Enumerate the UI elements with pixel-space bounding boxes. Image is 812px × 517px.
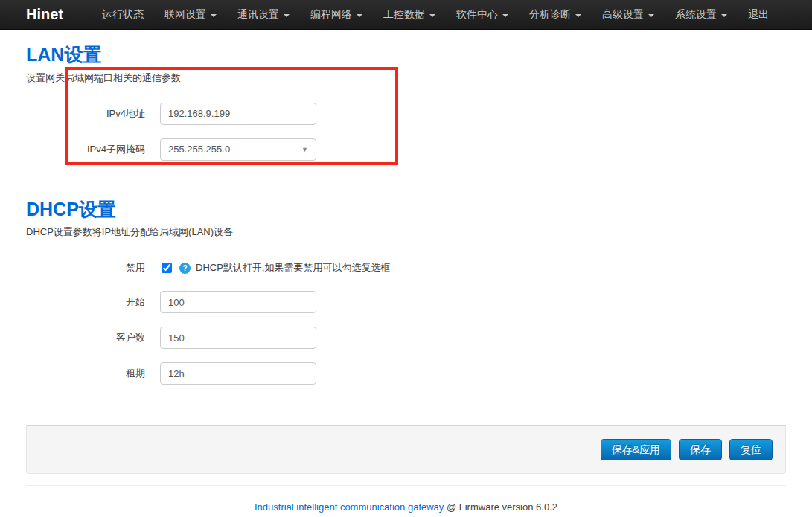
chevron-down-icon [502, 14, 508, 17]
lan-form: IPv4地址 IPv4子网掩码 255.255.255.0 ▼ [26, 103, 786, 161]
chevron-down-icon [429, 14, 435, 17]
lan-settings-section: LAN设置 设置网关局域网端口相关的通信参数 IPv4地址 IPv4子网掩码 2… [26, 45, 786, 161]
nav-item-label: 通讯设置 [237, 8, 279, 22]
ipv4-address-input[interactable] [160, 103, 316, 125]
dhcp-disable-help-text: DHCP默认打开,如果需要禁用可以勾选复选框 [196, 261, 390, 274]
chevron-down-icon [721, 14, 727, 17]
dhcp-settings-section: DHCP设置 DHCP设置参数将IP地址分配给局域网(LAN)设备 禁用 ? D… [26, 199, 786, 385]
nav-item-network-settings[interactable]: 联网设置 [154, 1, 227, 29]
dhcp-section-title: DHCP设置 [26, 199, 786, 220]
dhcp-lease-row: 租期 [26, 362, 786, 385]
nav-item-label: 运行状态 [102, 8, 144, 22]
nav-item-comm-settings[interactable]: 通讯设置 [227, 1, 300, 29]
nav-item-programming-network[interactable]: 编程网络 [300, 1, 373, 29]
dhcp-lease-label: 租期 [26, 367, 160, 380]
chevron-down-icon [284, 14, 290, 17]
footer-divider [26, 485, 786, 486]
nav-item-industrial-data[interactable]: 工控数据 [373, 1, 446, 29]
main-content: LAN设置 设置网关局域网端口相关的通信参数 IPv4地址 IPv4子网掩码 2… [0, 30, 812, 385]
nav-item-label: 编程网络 [310, 8, 352, 22]
nav-item-system-settings[interactable]: 系统设置 [665, 1, 738, 29]
chevron-down-icon [575, 14, 581, 17]
nav-item-advanced-settings[interactable]: 高级设置 [592, 1, 665, 29]
top-navbar: Hinet 运行状态 联网设置 通讯设置 编程网络 工控数据 软件中心 分析诊断 [0, 0, 812, 30]
dhcp-start-input[interactable] [160, 291, 316, 313]
nav-item-label: 软件中心 [456, 8, 498, 22]
dhcp-limit-row: 客户数 [26, 327, 786, 349]
dhcp-disable-label: 禁用 [26, 261, 160, 274]
dhcp-disable-row: 禁用 ? DHCP默认打开,如果需要禁用可以勾选复选框 [26, 257, 786, 279]
dhcp-start-row: 开始 [26, 291, 786, 313]
save-apply-button[interactable]: 保存&应用 [601, 439, 671, 460]
action-bar: 保存&应用 保存 复位 [26, 425, 786, 474]
nav-item-logout[interactable]: 退出 [738, 1, 779, 29]
dhcp-start-label: 开始 [26, 295, 160, 309]
page-footer: Industrial intelligent communication gat… [0, 501, 812, 513]
nav-item-analysis-diagnosis[interactable]: 分析诊断 [519, 1, 592, 29]
dhcp-section-subtitle: DHCP设置参数将IP地址分配给局域网(LAN)设备 [26, 225, 786, 239]
nav-item-label: 工控数据 [383, 8, 425, 22]
nav-menu: 运行状态 联网设置 通讯设置 编程网络 工控数据 软件中心 分析诊断 高级设置 [92, 1, 779, 29]
nav-item-label: 联网设置 [164, 8, 206, 22]
firmware-version-text: @ Firmware version 6.0.2 [447, 501, 557, 513]
ipv4-address-row: IPv4地址 [26, 103, 786, 125]
nav-item-software-center[interactable]: 软件中心 [446, 1, 519, 29]
chevron-down-icon [357, 14, 362, 17]
nav-item-label: 分析诊断 [529, 8, 571, 22]
save-button[interactable]: 保存 [679, 439, 722, 460]
dhcp-limit-input[interactable] [160, 327, 316, 349]
chevron-down-icon [211, 14, 217, 17]
ipv4-netmask-row: IPv4子网掩码 255.255.255.0 ▼ [26, 138, 786, 161]
ipv4-netmask-selected-value: 255.255.255.0 [168, 144, 230, 155]
ipv4-address-label: IPv4地址 [26, 107, 160, 121]
nav-item-label: 高级设置 [602, 8, 644, 22]
dhcp-form: 禁用 ? DHCP默认打开,如果需要禁用可以勾选复选框 开始 客户数 租期 [26, 257, 786, 385]
chevron-down-icon [648, 14, 654, 17]
select-caret-icon: ▼ [301, 146, 308, 153]
nav-item-label: 系统设置 [675, 8, 717, 22]
reset-button[interactable]: 复位 [729, 439, 773, 460]
dhcp-limit-label: 客户数 [26, 331, 160, 344]
nav-item-run-status[interactable]: 运行状态 [92, 1, 154, 29]
lan-section-subtitle: 设置网关局域网端口相关的通信参数 [26, 71, 786, 85]
ipv4-netmask-select[interactable]: 255.255.255.0 ▼ [160, 138, 316, 161]
ipv4-netmask-label: IPv4子网掩码 [26, 143, 160, 156]
lan-section-title: LAN设置 [26, 45, 786, 65]
help-icon: ? [179, 263, 191, 274]
brand-logo[interactable]: Hinet [26, 6, 63, 23]
gateway-footer-link[interactable]: Industrial intelligent communication gat… [255, 501, 444, 513]
dhcp-disable-checkbox[interactable] [162, 263, 172, 273]
nav-item-label: 退出 [748, 8, 769, 22]
dhcp-lease-input[interactable] [160, 362, 316, 385]
